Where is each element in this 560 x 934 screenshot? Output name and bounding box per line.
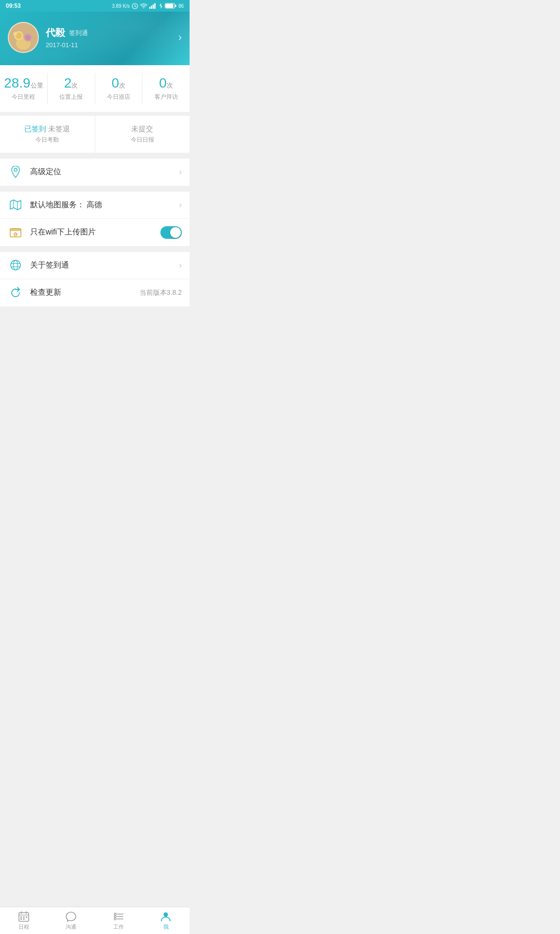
profile-header[interactable]: 代毅 签到通 2017-01-11 › (0, 12, 190, 65)
section-gap-2 (0, 186, 190, 192)
header-info: 代毅 签到通 2017-01-11 (46, 26, 88, 49)
map-text: 默认地图服务： 高德 (30, 200, 179, 210)
wifi-icon (140, 3, 147, 9)
svg-point-16 (25, 35, 31, 40)
menu-section-2: 默认地图服务： 高德 › 只在wifi下上传图片 (0, 192, 190, 246)
svg-rect-9 (165, 4, 173, 8)
battery-level: 86 (178, 3, 184, 9)
stat-visit-number: 0次 (146, 76, 186, 91)
signed-text: 已签到 (24, 125, 46, 133)
svg-rect-3 (149, 7, 151, 9)
location-icon (8, 164, 23, 180)
map-chevron-icon: › (179, 200, 182, 210)
menu-section-1: 高级定位 › (0, 159, 190, 186)
attendance-label-1: 今日考勤 (4, 136, 91, 144)
about-right: › (179, 260, 182, 270)
profile-info: 代毅 签到通 2017-01-11 (8, 22, 88, 53)
stat-location-number: 2次 (52, 76, 91, 91)
location-chevron-icon: › (179, 167, 182, 177)
stat-mileage: 28.9公里 今日里程 (0, 73, 48, 104)
location-text: 高级定位 (30, 167, 179, 177)
svg-point-17 (14, 168, 17, 171)
map-right: › (179, 200, 182, 210)
svg-rect-4 (151, 6, 152, 9)
header-date: 2017-01-11 (46, 41, 88, 49)
svg-rect-8 (175, 5, 176, 7)
attendance-checkin[interactable]: 已签到 未签退 今日考勤 (0, 116, 95, 153)
update-version: 当前版本3.8.2 (140, 288, 182, 297)
stat-visit-label: 客户拜访 (146, 93, 186, 101)
svg-point-14 (13, 32, 17, 36)
menu-item-update[interactable]: 检查更新 当前版本3.8.2 (0, 279, 190, 306)
battery-icon (165, 3, 176, 9)
checkin-status: 已签到 未签退 (4, 125, 91, 134)
user-tag: 签到通 (69, 29, 88, 37)
stat-location: 2次 位置上报 (48, 73, 95, 104)
about-chevron-icon: › (179, 260, 182, 270)
user-name: 代毅 (46, 26, 65, 39)
stat-mileage-unit: 公里 (31, 82, 43, 89)
main-content: 代毅 签到通 2017-01-11 › 28.9公里 今日里程 2次 位置上报 … (0, 12, 190, 334)
profile-chevron-icon[interactable]: › (178, 31, 182, 44)
svg-point-24 (11, 260, 20, 270)
stats-row: 28.9公里 今日里程 2次 位置上报 0次 今日巡店 0次 客户拜访 (0, 65, 190, 112)
avatar (8, 22, 39, 53)
stat-mileage-number: 28.9公里 (4, 76, 43, 91)
location-right: › (179, 167, 182, 177)
stat-mileage-label: 今日里程 (4, 93, 43, 101)
status-time: 09:53 (6, 2, 21, 9)
wifi-upload-toggle[interactable] (160, 226, 182, 239)
globe-icon (8, 257, 23, 273)
status-speed: 3.89 K/s (112, 3, 130, 9)
stat-visit-unit: 次 (167, 82, 173, 89)
charging-icon (159, 3, 163, 9)
section-gap-1 (0, 153, 190, 159)
update-right: 当前版本3.8.2 (140, 288, 182, 297)
svg-rect-6 (154, 3, 156, 9)
update-text: 检查更新 (30, 287, 140, 298)
stat-patrol-unit: 次 (119, 82, 125, 89)
wifi-upload-right (160, 226, 182, 239)
stat-patrol-label: 今日巡店 (99, 93, 139, 101)
menu-item-about[interactable]: 关于签到通 › (0, 252, 190, 279)
report-status: 未提交 (99, 125, 186, 134)
wifi-upload-icon (8, 225, 23, 240)
attendance-row: 已签到 未签退 今日考勤 未提交 今日日报 (0, 112, 190, 153)
menu-item-wifi-upload[interactable]: 只在wifi下上传图片 (0, 219, 190, 246)
attendance-report[interactable]: 未提交 今日日报 (95, 116, 190, 153)
status-bar: 09:53 3.89 K/s (0, 0, 190, 12)
menu-item-location[interactable]: 高级定位 › (0, 159, 190, 186)
signal-icon (149, 3, 157, 9)
clock-icon (132, 3, 138, 9)
status-right: 3.89 K/s 86 (112, 3, 184, 9)
about-text: 关于签到通 (30, 260, 179, 270)
stat-location-unit: 次 (71, 82, 78, 89)
wifi-upload-text: 只在wifi下上传图片 (30, 227, 160, 237)
svg-rect-5 (153, 4, 154, 9)
stat-location-label: 位置上报 (52, 93, 91, 101)
svg-rect-21 (10, 229, 21, 231)
section-gap-3 (0, 246, 190, 252)
menu-section-3: 关于签到通 › 检查更新 当前版本3.8.2 (0, 252, 190, 306)
map-icon (8, 197, 23, 213)
stat-patrol: 0次 今日巡店 (95, 73, 143, 104)
toggle-knob (170, 227, 181, 238)
update-icon (8, 285, 23, 301)
unsigned-text: 未签退 (48, 125, 70, 133)
stat-patrol-number: 0次 (99, 76, 139, 91)
svg-line-2 (135, 6, 136, 7)
attendance-label-2: 今日日报 (99, 136, 186, 144)
user-name-row: 代毅 签到通 (46, 26, 88, 39)
svg-point-25 (14, 260, 18, 270)
stat-visit: 0次 客户拜访 (142, 73, 190, 104)
avatar-image (9, 22, 38, 53)
menu-item-map[interactable]: 默认地图服务： 高德 › (0, 192, 190, 219)
